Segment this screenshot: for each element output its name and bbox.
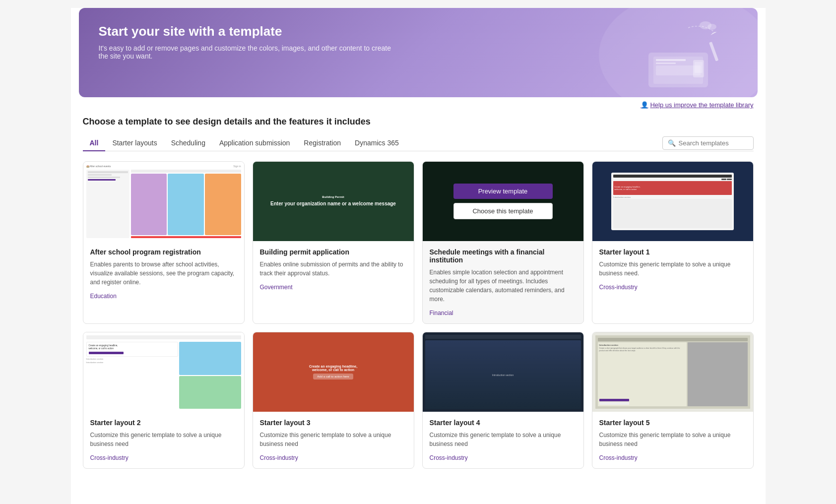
- card-desc-starter-5: Customize this generic template to solve…: [599, 431, 746, 448]
- card-title-starter-4: Starter layout 4: [430, 419, 577, 427]
- card-preview-starter-5: Introduction section Create a short para…: [592, 332, 753, 412]
- template-grid: 🏫 After school events Sign in: [83, 161, 754, 469]
- improve-link-text: Help us improve the template library: [650, 101, 753, 109]
- card-tag-schedule-meetings: Financial: [430, 310, 577, 316]
- schedule-overlay: Preview template Choose this template: [423, 162, 583, 241]
- card-title-schedule-meetings: Schedule meetings with a financial insti…: [430, 248, 577, 264]
- main-content: Choose a template to see design details …: [71, 113, 766, 481]
- svg-point-10: [707, 24, 716, 30]
- tab-starter-layouts[interactable]: Starter layouts: [105, 135, 164, 151]
- tab-registration[interactable]: Registration: [297, 135, 348, 151]
- tab-scheduling[interactable]: Scheduling: [164, 135, 212, 151]
- preview-template-button[interactable]: Preview template: [453, 184, 553, 199]
- card-desc-building-permit: Enables online submission of permits and…: [260, 260, 407, 278]
- card-desc-after-school: Enables parents to browse after school a…: [90, 260, 237, 287]
- card-desc-starter-3: Customize this generic template to solve…: [260, 431, 407, 448]
- card-tag-building-permit: Government: [260, 284, 407, 291]
- card-preview-starter-3: Create an engaging headline,welcome, or …: [253, 332, 414, 412]
- tab-dynamics365[interactable]: Dynamics 365: [348, 135, 406, 151]
- search-box[interactable]: 🔍: [662, 136, 754, 150]
- search-input[interactable]: [679, 139, 748, 147]
- improve-library-link[interactable]: 👤 Help us improve the template library: [71, 97, 766, 113]
- card-title-after-school: After school program registration: [90, 248, 237, 256]
- card-desc-starter-2: Customize this generic template to solve…: [90, 431, 237, 448]
- choose-template-button[interactable]: Choose this template: [453, 203, 553, 219]
- card-title-building-permit: Building permit application: [260, 248, 407, 256]
- card-title-starter-3: Starter layout 3: [260, 419, 407, 427]
- svg-rect-6: [695, 62, 703, 73]
- template-card-starter-5[interactable]: Introduction section Create a short para…: [592, 332, 754, 469]
- svg-rect-7: [709, 42, 718, 62]
- template-card-starter-2[interactable]: Create an engaging headline,welcome, or …: [83, 332, 245, 469]
- svg-rect-3: [656, 63, 676, 64]
- card-title-starter-5: Starter layout 5: [599, 419, 746, 427]
- card-tag-starter-1: Cross-industry: [599, 284, 746, 291]
- card-preview-schedule-meetings: Preview template Choose this template: [423, 162, 583, 241]
- card-preview-starter-1: Create an engaging headline,welcome, or …: [592, 162, 753, 241]
- card-preview-building-permit: Building Permit Enter your organization …: [253, 162, 414, 241]
- card-tag-after-school: Education: [90, 293, 237, 300]
- category-tabs: All Starter layouts Scheduling Applicati…: [83, 135, 754, 151]
- card-tag-starter-4: Cross-industry: [430, 454, 577, 461]
- template-card-starter-1[interactable]: Create an engaging headline,welcome, or …: [592, 161, 754, 324]
- card-preview-starter-2: Create an engaging headline,welcome, or …: [83, 332, 244, 412]
- svg-rect-2: [656, 59, 686, 61]
- card-tag-starter-5: Cross-industry: [599, 454, 746, 461]
- tab-all[interactable]: All: [83, 135, 106, 151]
- template-card-starter-4[interactable]: Introduction section Starter layout 4 Cu…: [422, 332, 584, 469]
- card-tag-starter-2: Cross-industry: [90, 454, 237, 461]
- card-preview-starter-4: Introduction section: [423, 332, 583, 412]
- template-card-building-permit[interactable]: Building Permit Enter your organization …: [253, 161, 414, 324]
- search-icon: 🔍: [668, 139, 676, 147]
- template-card-schedule-meetings[interactable]: Preview template Choose this template Sc…: [422, 161, 584, 324]
- card-preview-after-school: 🏫 After school events Sign in: [83, 162, 244, 241]
- card-title-starter-1: Starter layout 1: [599, 248, 746, 256]
- svg-marker-8: [710, 32, 717, 35]
- card-desc-starter-1: Customize this generic template to solve…: [599, 260, 746, 278]
- hero-subtitle: It's easy to add or remove pages and cus…: [99, 44, 396, 60]
- card-tag-starter-3: Cross-industry: [260, 454, 407, 461]
- page-choose-title: Choose a template to see design details …: [83, 117, 754, 127]
- card-desc-starter-4: Customize this generic template to solve…: [430, 431, 577, 448]
- card-title-starter-2: Starter layout 2: [90, 419, 237, 427]
- card-desc-schedule-meetings: Enables simple location selection and ap…: [430, 268, 577, 304]
- template-card-after-school[interactable]: 🏫 After school events Sign in: [83, 161, 245, 324]
- template-card-starter-3[interactable]: Create an engaging headline,welcome, or …: [253, 332, 414, 469]
- hero-banner: Start your site with a template It's eas…: [79, 8, 758, 97]
- tab-application-submission[interactable]: Application submission: [212, 135, 297, 151]
- hero-illustration: [629, 18, 728, 87]
